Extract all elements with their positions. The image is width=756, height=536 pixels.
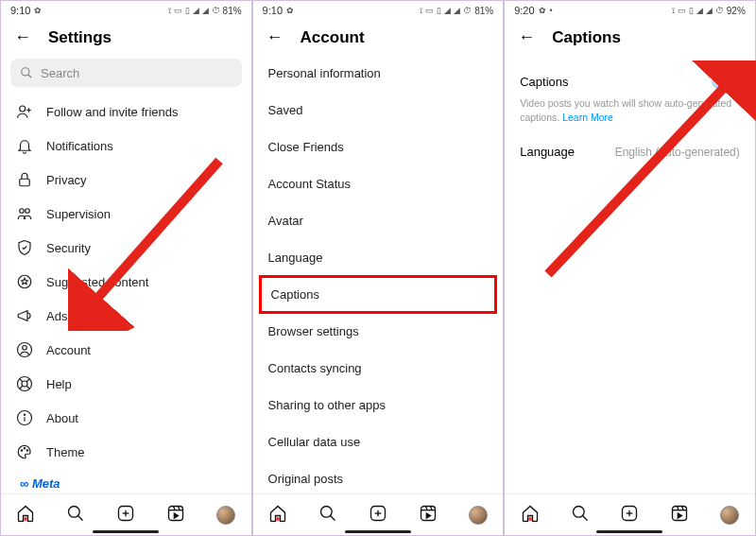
menu-item-account[interactable]: Account <box>7 333 246 367</box>
menu-item-security[interactable]: Security <box>7 231 246 265</box>
search-placeholder: Search <box>41 66 79 80</box>
acc-item-sharing[interactable]: Sharing to other apps <box>253 387 504 424</box>
svg-point-10 <box>23 346 27 351</box>
palette-icon <box>16 443 33 460</box>
alarm-icon: ⏱ <box>212 6 220 15</box>
search-nav-icon[interactable] <box>571 504 590 527</box>
menu-item-theme[interactable]: Theme <box>7 435 246 469</box>
meta-logo: ∞ Meta <box>20 476 232 491</box>
acc-item-account-status[interactable]: Account Status <box>253 165 504 202</box>
status-time: 9:10 <box>10 5 30 16</box>
account-menu: Personal information Saved Close Friends… <box>253 55 504 493</box>
acc-item-saved[interactable]: Saved <box>253 92 504 129</box>
acc-item-avatar[interactable]: Avatar <box>253 202 504 239</box>
menu-item-notifications[interactable]: Notifications <box>7 129 246 163</box>
home-icon[interactable] <box>268 504 287 527</box>
add-post-icon[interactable] <box>369 504 387 527</box>
bottom-nav <box>505 493 755 535</box>
language-row[interactable]: Language English (auto-generated) <box>520 137 740 166</box>
location-icon: ⟟ <box>168 6 171 16</box>
profile-avatar[interactable] <box>720 506 739 525</box>
search-icon <box>20 66 33 79</box>
svg-point-0 <box>22 68 29 76</box>
search-input[interactable]: Search <box>10 59 242 87</box>
page-title: Captions <box>552 28 621 47</box>
back-icon[interactable]: ← <box>266 27 284 47</box>
reels-icon[interactable] <box>419 504 438 527</box>
menu-item-privacy[interactable]: Privacy <box>7 163 246 197</box>
acc-item-original[interactable]: Original posts <box>253 460 504 493</box>
menu-label: Suggested content <box>46 275 148 289</box>
phone-captions: 9:20 ✿ • ⟟ ▭ ▯ ◢ ◢ ⏱ 92% ← Captions Capt… <box>504 0 756 536</box>
alarm-icon: ⏱ <box>463 6 472 15</box>
svg-point-23 <box>69 506 80 517</box>
info-icon <box>16 409 33 426</box>
acc-item-personal[interactable]: Personal information <box>253 55 504 92</box>
reels-icon[interactable] <box>670 504 689 527</box>
captions-toggle-row: Captions <box>520 66 740 96</box>
reels-icon[interactable] <box>166 504 185 527</box>
vibrate-icon: ▭ <box>425 6 434 15</box>
acc-item-close-friends[interactable]: Close Friends <box>253 129 504 165</box>
svg-point-21 <box>24 448 26 450</box>
lifebuoy-icon <box>16 375 33 392</box>
status-bar: 9:20 ✿ • ⟟ ▭ ▯ ◢ ◢ ⏱ 92% <box>505 1 755 20</box>
learn-more-link[interactable]: Learn More <box>562 112 613 123</box>
menu-item-about[interactable]: About <box>7 401 246 435</box>
signal-icon: ◢ <box>454 6 460 15</box>
battery-text: 92% <box>727 6 746 16</box>
meta-section: ∞ Meta Accounts Center Control settings … <box>7 469 246 493</box>
menu-item-help[interactable]: Help <box>7 367 246 401</box>
page-title: Settings <box>48 28 112 47</box>
bottom-nav <box>253 493 504 535</box>
signal-icon: ◢ <box>193 6 199 15</box>
acc-item-browser[interactable]: Browser settings <box>253 313 504 350</box>
status-time: 9:10 <box>263 5 283 16</box>
phone-settings: 9:10 ✿ ⟟ ▭ ▯ ◢ ◢ ⏱ 81% ← Settings Search… <box>0 0 252 536</box>
gear-icon: ✿ <box>286 6 294 15</box>
search-nav-icon[interactable] <box>66 504 85 527</box>
menu-item-suggested[interactable]: Suggested content <box>7 265 246 299</box>
svg-line-13 <box>20 379 23 382</box>
acc-item-captions[interactable]: Captions <box>259 275 498 314</box>
svg-line-14 <box>26 386 29 389</box>
acc-item-cellular[interactable]: Cellular data use <box>253 424 504 460</box>
captions-toggle[interactable] <box>712 74 740 89</box>
profile-avatar[interactable] <box>216 506 235 525</box>
menu-item-supervision[interactable]: Supervision <box>7 197 246 231</box>
status-bar: 9:10 ✿ ⟟ ▭ ▯ ◢ ◢ ⏱ 81% <box>1 1 251 20</box>
menu-label: Privacy <box>46 173 87 187</box>
acc-item-contacts[interactable]: Contacts syncing <box>253 350 504 387</box>
menu-label: About <box>46 411 78 425</box>
svg-point-41 <box>573 506 584 517</box>
menu-item-ads[interactable]: Ads <box>7 299 246 333</box>
megaphone-icon <box>16 307 33 324</box>
header: ← Settings <box>1 20 251 55</box>
menu-item-follow[interactable]: Follow and invite friends <box>7 95 246 129</box>
add-post-icon[interactable] <box>116 504 135 527</box>
home-icon[interactable] <box>521 504 540 527</box>
vibrate-icon: ▭ <box>174 6 182 15</box>
battery-text: 81% <box>474 6 493 16</box>
add-post-icon[interactable] <box>620 504 639 527</box>
shield-icon <box>16 239 33 256</box>
language-label: Language <box>520 145 575 159</box>
profile-avatar[interactable] <box>469 506 488 525</box>
svg-point-12 <box>22 381 27 387</box>
search-nav-icon[interactable] <box>318 504 337 527</box>
back-icon[interactable]: ← <box>14 27 31 47</box>
header: ← Account <box>253 20 504 55</box>
gear-icon: ✿ <box>539 6 546 15</box>
home-icon[interactable] <box>16 504 35 527</box>
acc-item-language[interactable]: Language <box>253 239 504 276</box>
back-icon[interactable]: ← <box>518 27 535 47</box>
sim-icon: ▯ <box>185 6 190 15</box>
location-icon: ⟟ <box>420 6 422 16</box>
dot-icon: • <box>550 6 553 15</box>
svg-rect-28 <box>169 506 183 520</box>
home-indicator <box>345 530 411 533</box>
battery-text: 81% <box>223 6 242 16</box>
person-circle-icon <box>16 341 33 358</box>
signal-icon: ◢ <box>706 6 713 15</box>
alarm-icon: ⏱ <box>715 6 724 15</box>
